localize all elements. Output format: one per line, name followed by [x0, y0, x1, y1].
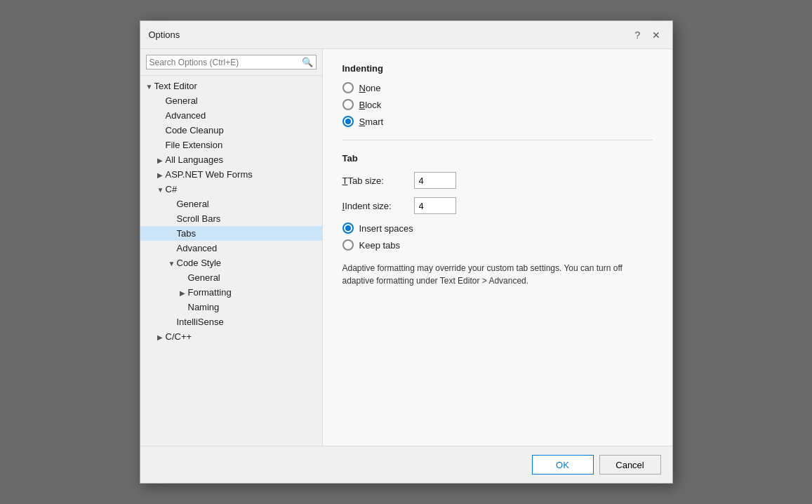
tab-size-label: TTab size:: [342, 175, 406, 186]
ok-button[interactable]: OK: [532, 455, 594, 475]
sidebar-item-scroll-bars[interactable]: Scroll Bars: [140, 211, 322, 226]
tree-label-code-style: Code Style: [177, 258, 222, 268]
tree-arrow-csharp: ▼: [157, 186, 166, 194]
tree-arrow-text-editor: ▼: [146, 83, 154, 91]
tree-label-aspnet-web-forms: ASP.NET Web Forms: [166, 169, 253, 180]
tree-label-naming: Naming: [188, 302, 220, 312]
indent-size-row: IIndent size:: [342, 197, 653, 214]
help-button[interactable]: ?: [630, 27, 646, 43]
tree-label-formatting: Formatting: [188, 287, 232, 298]
sidebar-item-cs-general[interactable]: General: [140, 270, 322, 285]
adaptive-formatting-info: Adaptive formatting may override your cu…: [342, 262, 653, 287]
radio-none-label: None: [359, 83, 381, 93]
sidebar-item-code-cleanup[interactable]: Code Cleanup: [140, 123, 322, 138]
sidebar-item-advanced2[interactable]: Advanced: [140, 241, 322, 256]
search-input[interactable]: [149, 58, 302, 67]
radio-insert-spaces-label: Insert spaces: [359, 223, 413, 234]
radio-smart[interactable]: Smart: [342, 116, 653, 127]
sidebar-item-intellisense[interactable]: IntelliSense: [140, 314, 322, 329]
tab-type-radio-group: Insert spaces Keep tabs: [342, 223, 653, 251]
sidebar-item-aspnet-web-forms[interactable]: ▶ ASP.NET Web Forms: [140, 167, 322, 182]
tab-section-title: Tab: [342, 153, 653, 164]
sidebar-item-formatting[interactable]: ▶ Formatting: [140, 285, 322, 300]
indent-size-label: IIndent size:: [342, 201, 406, 211]
tree-label-code-cleanup: Code Cleanup: [166, 125, 224, 135]
tree-label-text-editor: Text Editor: [154, 81, 197, 91]
title-bar: Options ? ✕: [140, 21, 672, 49]
tree-label-cs-general: General: [188, 272, 220, 283]
radio-keep-tabs-label: Keep tabs: [359, 240, 401, 251]
radio-keep-tabs[interactable]: Keep tabs: [342, 239, 653, 251]
radio-smart-circle: [342, 116, 354, 127]
tab-size-row: TTab size:: [342, 172, 653, 189]
sidebar-item-csharp[interactable]: ▼ C#: [140, 182, 322, 197]
sidebar-item-csharp-general[interactable]: General: [140, 197, 322, 211]
tab-section: TTab size: IIndent size: Insert spaces K…: [342, 172, 653, 287]
options-dialog: Options ? ✕ 🔍 ▼ Text Editor General Adva…: [140, 20, 673, 484]
sidebar-item-file-extension[interactable]: File Extension: [140, 138, 322, 152]
indenting-section-title: Indenting: [342, 63, 653, 74]
cancel-button[interactable]: Cancel: [599, 455, 661, 475]
tree-label-csharp-general: General: [177, 199, 209, 209]
sidebar-item-advanced[interactable]: Advanced: [140, 108, 322, 123]
radio-smart-label: Smart: [359, 117, 384, 127]
radio-insert-spaces-circle: [342, 223, 354, 234]
tree-arrow-cpp: ▶: [157, 333, 166, 341]
tab-size-input[interactable]: [414, 172, 456, 189]
tree-arrow-formatting: ▶: [180, 289, 188, 297]
sidebar-item-naming[interactable]: Naming: [140, 300, 322, 314]
sidebar-item-all-languages[interactable]: ▶ All Languages: [140, 152, 322, 167]
dialog-footer: OK Cancel: [140, 446, 672, 483]
tree-label-all-languages: All Languages: [166, 154, 223, 165]
tree-label-scroll-bars: Scroll Bars: [177, 213, 221, 224]
search-input-wrap: 🔍: [146, 55, 317, 69]
sidebar-item-tabs[interactable]: Tabs: [140, 226, 322, 241]
search-bar: 🔍: [140, 49, 322, 76]
radio-block-circle: [342, 99, 354, 110]
tree-arrow-aspnet-web-forms: ▶: [157, 171, 166, 179]
radio-none-circle: [342, 82, 354, 93]
radio-block[interactable]: Block: [342, 99, 653, 110]
tree-arrow-all-languages: ▶: [157, 157, 166, 164]
tree-label-cpp: C/C++: [166, 331, 192, 342]
tree: ▼ Text Editor General Advanced Code Clea…: [140, 76, 322, 446]
dialog-body: 🔍 ▼ Text Editor General Advanced Code Cl…: [140, 49, 672, 446]
tree-label-csharp: C#: [166, 184, 178, 194]
sidebar-item-code-style[interactable]: ▼ Code Style: [140, 256, 322, 270]
tree-arrow-code-style: ▼: [168, 260, 177, 267]
main-content: Indenting None Block Smart Tab: [323, 49, 672, 446]
tree-label-intellisense: IntelliSense: [177, 317, 224, 327]
tree-label-advanced: Advanced: [166, 110, 206, 121]
indent-size-input[interactable]: [414, 197, 456, 214]
radio-none[interactable]: None: [342, 82, 653, 93]
sidebar: 🔍 ▼ Text Editor General Advanced Code Cl…: [140, 49, 323, 446]
sidebar-item-general[interactable]: General: [140, 93, 322, 108]
radio-keep-tabs-circle: [342, 239, 354, 251]
title-bar-controls: ? ✕: [630, 27, 664, 43]
tree-label-advanced2: Advanced: [177, 243, 218, 253]
tree-label-general: General: [166, 95, 198, 106]
close-button[interactable]: ✕: [648, 27, 664, 43]
search-icon: 🔍: [302, 57, 313, 67]
indenting-radio-group: None Block Smart: [342, 82, 653, 127]
radio-block-label: Block: [359, 100, 382, 110]
tree-label-tabs: Tabs: [177, 228, 196, 239]
sidebar-item-cpp[interactable]: ▶ C/C++: [140, 329, 322, 344]
dialog-title: Options: [149, 29, 180, 40]
sidebar-item-text-editor[interactable]: ▼ Text Editor: [140, 79, 322, 93]
section-divider: [342, 140, 653, 140]
radio-insert-spaces[interactable]: Insert spaces: [342, 223, 653, 234]
tree-label-file-extension: File Extension: [166, 140, 223, 150]
